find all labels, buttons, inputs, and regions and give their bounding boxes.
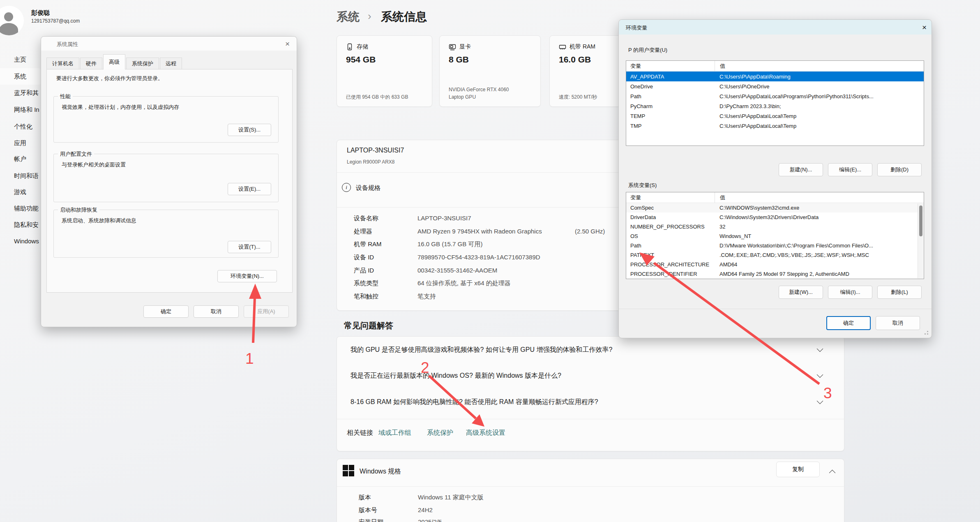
spec-value: 00342-31555-31462-AAOEM: [417, 267, 497, 274]
spec-extra: (2.50 GHz): [575, 228, 605, 235]
spec-value: 笔支持: [417, 293, 436, 300]
scrollbar[interactable]: [918, 203, 923, 278]
copy-button[interactable]: 复制: [776, 462, 820, 477]
card-value: 8 GB: [449, 55, 469, 65]
table-row[interactable]: PROCESSOR_ARCHITECTURE AMD64: [626, 260, 924, 269]
table-row[interactable]: OneDrive C:\Users\P\OneDrive: [626, 81, 924, 91]
system-new-button[interactable]: 新建(W)...: [779, 286, 823, 299]
user-edit-button[interactable]: 编辑(E)...: [828, 163, 872, 176]
table-row[interactable]: NUMBER_OF_PROCESSORS 32: [626, 222, 924, 231]
user-delete-button[interactable]: 删除(D): [877, 163, 922, 176]
column-header-variable[interactable]: 变量: [626, 194, 715, 201]
breadcrumb-root[interactable]: 系统: [337, 9, 360, 25]
spec-value: 16.0 GB (15.7 GB 可用): [417, 240, 482, 248]
gpu-icon: [449, 43, 456, 51]
ok-button[interactable]: 确定: [143, 305, 189, 318]
winspec-value: 24H2: [418, 506, 433, 513]
table-row[interactable]: TEMP C:\Users\P\AppData\Local\Temp: [626, 111, 924, 121]
windows-spec-title: Windows 规格: [360, 467, 401, 476]
tab-computer-name[interactable]: 计算机名: [46, 58, 79, 69]
link-domain-workgroup[interactable]: 域或工作组: [378, 429, 411, 437]
table-row[interactable]: AV_APPDATA C:\Users\P\AppData\Roaming: [626, 72, 924, 81]
spec-label: 系统类型: [354, 279, 378, 287]
card-value: 954 GB: [346, 55, 376, 65]
faq-title: 常见问题解答: [344, 320, 393, 331]
chevron-up-icon[interactable]: [829, 470, 836, 476]
faq-question[interactable]: 我的 GPU 是否足够使用高级游戏和视频体验? 如何让专用 GPU 增强我的体验…: [350, 346, 612, 354]
card-title: 显卡: [459, 43, 471, 51]
apply-button[interactable]: 应用(A): [244, 305, 289, 318]
cancel-button[interactable]: 取消: [194, 305, 239, 318]
spec-value: 64 位操作系统, 基于 x64 的处理器: [417, 279, 511, 287]
device-specs-title[interactable]: 设备规格: [356, 184, 380, 192]
avatar-person-icon: [4, 12, 13, 21]
group-title: 用户配置文件: [58, 150, 94, 158]
avatar[interactable]: [0, 6, 24, 35]
device-model: Legion R9000P ARX8: [347, 159, 395, 165]
system-edit-button[interactable]: 编辑(I)...: [828, 286, 872, 299]
faq-question[interactable]: 8-16 GB RAM 如何影响我的电脑性能? 能否使用此 RAM 容量顺畅运行…: [350, 398, 598, 407]
winspec-value: 2025/2/5: [418, 518, 442, 522]
user-email: 1291753787@qq.com: [31, 18, 80, 24]
chevron-down-icon[interactable]: [817, 372, 823, 378]
startup-settings-button[interactable]: 设置(T)...: [228, 241, 271, 253]
spec-value: LAPTOP-3NSUISI7: [417, 215, 471, 222]
table-row[interactable]: DriverData C:\Windows\System32\Drivers\D…: [626, 212, 924, 222]
table-row[interactable]: ComSpec C:\WINDOWS\system32\cmd.exe: [626, 203, 924, 212]
faq-question[interactable]: 我是否正在运行最新版本的 Windows OS? 最新的 Windows 版本是…: [350, 372, 561, 380]
windows-logo-icon: [343, 465, 354, 476]
page-title: 系统信息: [381, 9, 427, 25]
table-row[interactable]: PyCharm D:\PyCharm 2023.3.3\bin;: [626, 101, 924, 111]
cancel-button[interactable]: 取消: [876, 316, 920, 330]
user-variables-table[interactable]: 变量 值 AV_APPDATA C:\Users\P\AppData\Roami…: [626, 60, 924, 146]
tab-hardware[interactable]: 硬件: [80, 58, 102, 69]
system-delete-button[interactable]: 删除(L): [877, 286, 922, 299]
table-row[interactable]: TMP C:\Users\P\AppData\Local\Temp: [626, 121, 924, 131]
column-header-value[interactable]: 值: [715, 61, 924, 71]
spec-label: 产品 ID: [354, 267, 374, 275]
tab-advanced[interactable]: 高级: [103, 54, 125, 69]
card-title: 存储: [357, 43, 368, 51]
annotation-label-3: 3: [823, 385, 832, 402]
table-row[interactable]: Path C:\Users\P\AppData\Local\Programs\P…: [626, 91, 924, 101]
table-row[interactable]: PROCESSOR_IDENTIFIER AMD64 Family 25 Mod…: [626, 269, 924, 279]
close-icon[interactable]: ×: [922, 23, 927, 31]
tab-pane: 要进行大多数更改，你必须作为管理员登录。 性能 视觉效果，处理器计划，内存使用，…: [46, 69, 293, 293]
environment-variables-button[interactable]: 环境变量(N)...: [217, 270, 277, 282]
link-system-protection[interactable]: 系统保护: [427, 429, 453, 437]
group-title: 性能: [58, 93, 73, 100]
link-advanced-system-settings[interactable]: 高级系统设置: [466, 429, 505, 437]
spec-label: 设备名称: [354, 215, 378, 222]
system-variables-table[interactable]: 变量 值 ComSpec C:\WINDOWS\system32\cmd.exe…: [626, 192, 924, 279]
group-desc: 与登录帐户相关的桌面设置: [62, 161, 126, 169]
ok-button[interactable]: 确定: [826, 316, 871, 330]
user-new-button[interactable]: 新建(N)...: [779, 163, 823, 176]
performance-settings-button[interactable]: 设置(S)...: [228, 124, 271, 136]
scrollbar-thumb[interactable]: [919, 206, 922, 236]
column-header-value[interactable]: 值: [715, 192, 924, 203]
tab-remote[interactable]: 远程: [160, 58, 182, 69]
environment-variables-dialog: 环境变量 × P 的用户变量(U) 变量 值 AV_APPDATA C:\Use…: [618, 19, 932, 338]
tabstrip: 计算机名 硬件 高级 系统保护 远程: [46, 56, 183, 69]
ram-icon: [559, 43, 566, 51]
chevron-down-icon[interactable]: [817, 398, 823, 404]
user-variables-label: P 的用户变量(U): [628, 46, 667, 54]
tab-system-protection[interactable]: 系统保护: [126, 58, 159, 69]
card-detail: NVIDIA GeForce RTX 4060 Laptop GPU: [449, 86, 521, 101]
card-detail: 已使用 954 GB 中的 633 GB: [346, 94, 424, 101]
table-row[interactable]: OS Windows_NT: [626, 231, 924, 241]
chevron-down-icon[interactable]: [817, 346, 823, 352]
user-profiles-settings-button[interactable]: 设置(E)...: [228, 183, 271, 195]
column-header-variable[interactable]: 变量: [626, 62, 715, 70]
user-name: 彭俊聪: [31, 9, 50, 17]
gpu-card: 显卡 8 GB NVIDIA GeForce RTX 4060 Laptop G…: [439, 35, 541, 107]
resize-grip[interactable]: [923, 330, 928, 335]
winspec-label: 安装日期: [359, 518, 383, 522]
table-row[interactable]: PATHEXT .COM;.EXE;.BAT;.CMD;.VBS;.VBE;.J…: [626, 250, 924, 260]
group-title: 启动和故障恢复: [58, 206, 99, 214]
device-name: LAPTOP-3NSUISI7: [347, 147, 404, 154]
user-profiles-group: 用户配置文件 与登录帐户相关的桌面设置 设置(E)...: [53, 154, 279, 202]
close-icon[interactable]: ×: [285, 40, 290, 48]
annotation-label-2: 2: [421, 359, 429, 376]
table-row[interactable]: Path D:\VMware Workstation\bin\;C:\Progr…: [626, 241, 924, 250]
